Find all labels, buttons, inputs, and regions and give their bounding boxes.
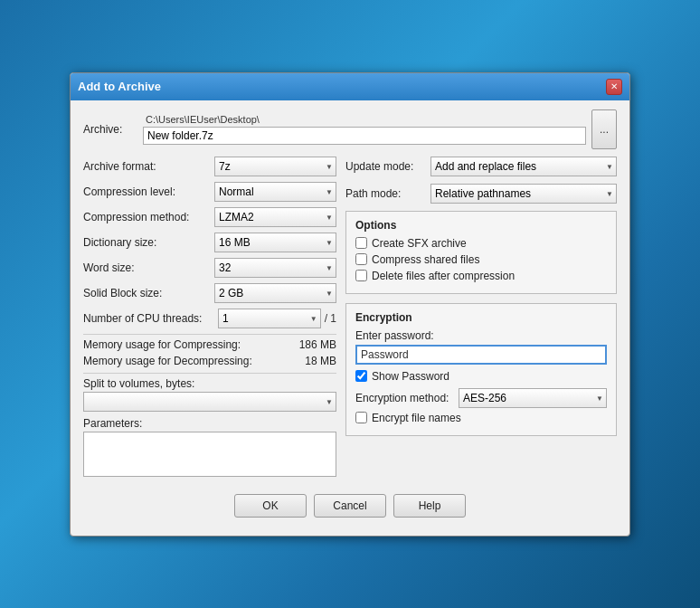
dictionary-size-select[interactable]: 16 MB8 MB32 MB <box>214 233 336 252</box>
split-select-wrap <box>83 392 336 412</box>
show-password-label[interactable]: Show Password <box>372 370 449 383</box>
cpu-threads-select-wrap: 1 <box>218 309 321 328</box>
right-panel: Update mode: Add and replace files Updat… <box>345 157 617 485</box>
archive-format-row: Archive format: 7zziptar <box>83 157 336 176</box>
close-button[interactable]: ✕ <box>606 79 622 95</box>
delete-after-row: Delete files after compression <box>355 270 607 282</box>
dialog-title: Add to Archive <box>78 80 161 93</box>
compress-shared-row: Compress shared files <box>355 253 607 266</box>
delete-after-checkbox[interactable] <box>355 270 367 281</box>
dialog-body: Archive: C:\Users\IEUser\Desktop\ ... Ar… <box>71 100 629 536</box>
dictionary-size-row: Dictionary size: 16 MB8 MB32 MB <box>83 233 336 252</box>
cpu-threads-select[interactable]: 1 <box>218 309 321 328</box>
encryption-group: Encryption Enter password: Show Password… <box>345 303 617 436</box>
title-bar: Add to Archive ✕ <box>71 73 629 100</box>
encryption-title: Encryption <box>355 311 607 324</box>
params-label: Parameters: <box>83 417 336 430</box>
word-size-select[interactable]: 321664 <box>214 258 336 278</box>
archive-row: Archive: C:\Users\IEUser\Desktop\ ... <box>83 109 617 149</box>
compression-level-select[interactable]: NormalStoreFast <box>214 182 336 202</box>
left-panel: Archive format: 7zziptar Compression lev… <box>83 157 336 485</box>
create-sfx-row: Create SFX archive <box>355 237 607 250</box>
encrypt-names-checkbox[interactable] <box>355 412 367 423</box>
delete-after-label[interactable]: Delete files after compression <box>372 270 515 282</box>
cancel-button[interactable]: Cancel <box>314 494 386 518</box>
options-title: Options <box>355 219 607 232</box>
compression-level-row: Compression level: NormalStoreFast <box>83 182 336 202</box>
dictionary-size-label: Dictionary size: <box>83 236 214 249</box>
archive-format-select[interactable]: 7zziptar <box>214 157 336 176</box>
browse-button[interactable]: ... <box>591 109 617 149</box>
path-mode-row: Path mode: Relative pathnames No pathnam… <box>345 184 617 204</box>
split-label: Split to volumes, bytes: <box>83 377 336 390</box>
solid-block-row: Solid Block size: 2 GB1 GB4 GB <box>83 283 336 303</box>
create-sfx-checkbox[interactable] <box>355 237 367 249</box>
compress-shared-label[interactable]: Compress shared files <box>372 253 479 266</box>
word-size-select-wrap: 321664 <box>214 258 336 278</box>
button-bar: OK Cancel Help <box>83 485 617 523</box>
memory-decompress-value: 18 MB <box>305 355 336 367</box>
archive-input[interactable] <box>143 127 586 145</box>
password-input[interactable] <box>355 345 607 365</box>
split-row: Split to volumes, bytes: <box>83 377 336 412</box>
path-mode-select-wrap: Relative pathnames No pathnames Absolute… <box>430 184 617 204</box>
separator2 <box>83 373 336 374</box>
enc-method-select[interactable]: AES-256 ZipCrypto <box>459 388 607 408</box>
solid-block-select-wrap: 2 GB1 GB4 GB <box>214 283 336 303</box>
path-mode-select[interactable]: Relative pathnames No pathnames Absolute… <box>430 184 617 204</box>
main-content: Archive format: 7zziptar Compression lev… <box>83 157 617 485</box>
archive-path-wrap: C:\Users\IEUser\Desktop\ <box>143 113 586 145</box>
word-size-label: Word size: <box>83 261 214 274</box>
cpu-threads-row: Number of CPU threads: 1 / 1 <box>83 309 336 328</box>
dictionary-size-select-wrap: 16 MB8 MB32 MB <box>214 233 336 252</box>
memory-decompress-row: Memory usage for Decompressing: 18 MB <box>83 355 336 367</box>
show-password-checkbox[interactable] <box>355 370 367 382</box>
update-mode-label: Update mode: <box>345 160 427 173</box>
compress-shared-checkbox[interactable] <box>355 253 367 265</box>
archive-label: Archive: <box>83 123 137 136</box>
split-select[interactable] <box>83 392 336 412</box>
cpu-threads-label: Number of CPU threads: <box>83 312 214 325</box>
enc-method-select-wrap: AES-256 ZipCrypto <box>459 388 607 408</box>
memory-compress-value: 186 MB <box>299 338 336 351</box>
compression-method-row: Compression method: LZMA2LZMAPPMd <box>83 207 336 227</box>
update-mode-select-wrap: Add and replace files Update and add fil… <box>430 157 617 176</box>
update-mode-select[interactable]: Add and replace files Update and add fil… <box>430 157 617 176</box>
cpu-threads-max: / 1 <box>325 312 336 325</box>
compression-method-select-wrap: LZMA2LZMAPPMd <box>214 207 336 227</box>
update-mode-row: Update mode: Add and replace files Updat… <box>345 157 617 176</box>
compression-method-label: Compression method: <box>83 211 214 223</box>
help-button[interactable]: Help <box>393 494 466 518</box>
compression-method-select[interactable]: LZMA2LZMAPPMd <box>214 207 336 227</box>
enc-method-row: Encryption method: AES-256 ZipCrypto <box>355 388 607 408</box>
options-group: Options Create SFX archive Compress shar… <box>345 211 617 294</box>
show-password-row: Show Password <box>355 370 607 383</box>
path-mode-label: Path mode: <box>345 187 427 200</box>
enter-password-label: Enter password: <box>355 329 607 342</box>
separator <box>83 334 336 335</box>
archive-format-label: Archive format: <box>83 160 214 173</box>
encrypt-names-row: Encrypt file names <box>355 412 607 424</box>
create-sfx-label[interactable]: Create SFX archive <box>372 237 467 250</box>
compression-level-label: Compression level: <box>83 185 214 198</box>
memory-decompress-label: Memory usage for Decompressing: <box>83 355 305 367</box>
params-row: Parameters: <box>83 417 336 480</box>
memory-compress-label: Memory usage for Compressing: <box>83 338 299 351</box>
word-size-row: Word size: 321664 <box>83 258 336 278</box>
memory-compress-row: Memory usage for Compressing: 186 MB <box>83 338 336 351</box>
ok-button[interactable]: OK <box>234 494 307 518</box>
params-input[interactable] <box>83 432 336 477</box>
solid-block-label: Solid Block size: <box>83 287 214 299</box>
encrypt-names-label[interactable]: Encrypt file names <box>372 412 461 424</box>
enc-method-label: Encryption method: <box>355 392 455 404</box>
archive-format-select-wrap: 7zziptar <box>214 157 336 176</box>
archive-path-line1: C:\Users\IEUser\Desktop\ <box>143 113 586 126</box>
solid-block-select[interactable]: 2 GB1 GB4 GB <box>214 283 336 303</box>
compression-level-select-wrap: NormalStoreFast <box>214 182 336 202</box>
add-to-archive-dialog: Add to Archive ✕ Archive: C:\Users\IEUse… <box>70 72 630 537</box>
